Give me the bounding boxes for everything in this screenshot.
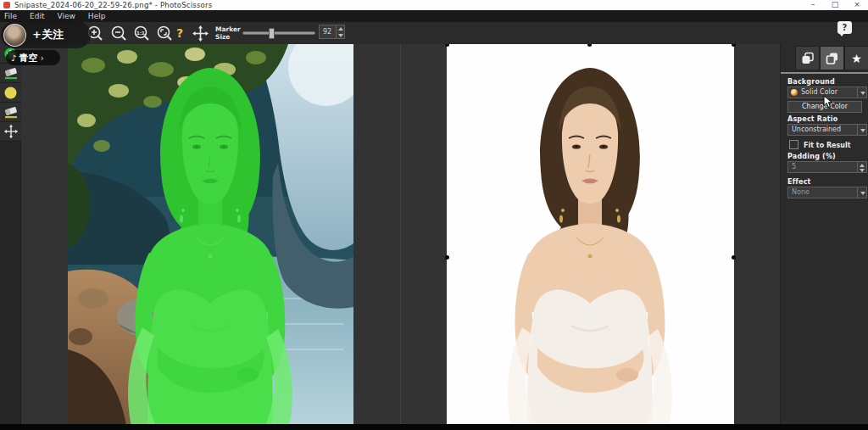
- chevron-right-icon: ›: [40, 53, 43, 64]
- menu-view[interactable]: View: [58, 12, 75, 20]
- spin-up-icon[interactable]: [337, 25, 344, 32]
- aspect-ratio-dropdown[interactable]: Unconstrained: [787, 124, 867, 136]
- toolbar-help-icon[interactable]: ?: [173, 25, 186, 42]
- follow-button[interactable]: +关注: [32, 27, 64, 42]
- music-note-icon: ♪: [11, 53, 16, 63]
- padding-label: Padding (%): [787, 153, 836, 160]
- music-overlay[interactable]: ♪ 青空 ›: [6, 50, 60, 65]
- spin-down-icon[interactable]: [858, 167, 866, 172]
- marker-size-slider-handle[interactable]: [269, 28, 275, 39]
- main-toolbar: 1:1 ? Marker Size 92: [0, 22, 868, 44]
- dropdown-arrow-icon[interactable]: [857, 87, 866, 98]
- tab-favorites[interactable]: ★: [844, 46, 868, 70]
- app-icon: [3, 2, 10, 8]
- title-bar: Snipaste_2024-06-20_22-59-26.png* - Phot…: [0, 0, 868, 10]
- menu-file[interactable]: File: [4, 12, 17, 20]
- dropdown-arrow-icon[interactable]: [857, 187, 866, 198]
- marker-size-label: Marker Size: [215, 25, 241, 41]
- selection-handle-mid-left[interactable]: [445, 255, 449, 260]
- marker-size-slider[interactable]: [242, 31, 315, 35]
- settings-tabs: ★: [795, 46, 868, 70]
- maximize-button[interactable]: □: [824, 0, 846, 10]
- tab-background[interactable]: [795, 46, 820, 70]
- solid-color-swatch-icon: [791, 89, 798, 96]
- dropdown-arrow-icon[interactable]: [857, 125, 866, 135]
- mouse-cursor: [823, 95, 833, 109]
- tool-sidebar: [0, 44, 21, 424]
- close-button[interactable]: ×: [846, 0, 868, 10]
- layers-outline-icon: [826, 52, 839, 65]
- streamer-avatar: [3, 24, 26, 47]
- source-image-canvas[interactable]: [68, 44, 353, 430]
- green-eraser-icon: [3, 65, 19, 81]
- move-tool-icon: [3, 124, 19, 139]
- tabs-separator: [781, 72, 868, 74]
- marker-size-spinbox[interactable]: 92: [319, 25, 345, 39]
- tool-move[interactable]: [0, 122, 21, 142]
- result-image-canvas[interactable]: [447, 44, 734, 430]
- zoom-fit-icon[interactable]: [156, 25, 174, 42]
- zoom-actual-size-icon[interactable]: 1:1: [133, 25, 151, 42]
- fit-to-result-checkbox[interactable]: [789, 140, 798, 149]
- star-icon: ★: [851, 53, 862, 64]
- minimize-button[interactable]: –: [802, 0, 824, 10]
- photoscissors-window: Snipaste_2024-06-20_22-59-26.png* - Phot…: [0, 0, 868, 430]
- spin-down-icon[interactable]: [337, 32, 344, 39]
- marker-size-spin-arrows: [336, 25, 344, 38]
- background-label: Background: [787, 78, 835, 86]
- follow-overlay[interactable]: +关注: [1, 21, 91, 48]
- selection-handle-mid-right[interactable]: [732, 255, 736, 260]
- padding-spinbox[interactable]: 5: [787, 161, 867, 173]
- effect-value: None: [788, 187, 857, 198]
- tool-yellow-eraser[interactable]: [0, 103, 21, 122]
- video-letterbox-bar: [0, 424, 868, 430]
- window-controls: – □ ×: [802, 0, 868, 10]
- canvas-divider: [400, 44, 401, 424]
- yellow-eraser-icon: [3, 104, 19, 120]
- padding-spin-arrows: [857, 162, 866, 172]
- menu-edit[interactable]: Edit: [30, 12, 44, 20]
- menu-bar: File Edit View Help: [0, 10, 868, 22]
- tab-layers[interactable]: [820, 46, 844, 70]
- yellow-marker-icon: [3, 86, 18, 100]
- tool-green-eraser[interactable]: [0, 64, 21, 83]
- source-image-art: [68, 44, 353, 430]
- fit-to-result-label: Fit to Result: [804, 142, 851, 149]
- marker-size-value[interactable]: 92: [320, 25, 336, 38]
- tool-yellow-marker[interactable]: [0, 83, 21, 103]
- zoom-actual-label: 1:1: [136, 31, 145, 36]
- help-bubble-button[interactable]: ?: [837, 21, 852, 34]
- padding-value: 5: [788, 162, 857, 172]
- music-title: 青空: [19, 52, 37, 64]
- aspect-ratio-value: Unconstrained: [788, 125, 857, 135]
- zoom-out-icon[interactable]: [110, 25, 128, 42]
- pan-tool-icon[interactable]: [192, 25, 209, 42]
- layers-filled-icon: [801, 52, 815, 65]
- result-image-art: [447, 44, 734, 430]
- effect-dropdown[interactable]: None: [787, 187, 867, 198]
- aspect-ratio-label: Aspect Ratio: [787, 115, 837, 123]
- effect-label: Effect: [787, 178, 811, 186]
- window-title: Snipaste_2024-06-20_22-59-26.png* - Phot…: [14, 1, 212, 9]
- menu-help[interactable]: Help: [88, 12, 106, 20]
